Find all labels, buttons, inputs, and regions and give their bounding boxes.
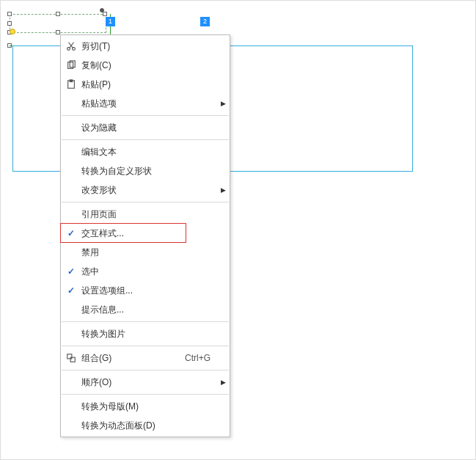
menu-separator	[62, 346, 229, 346]
check-icon: ✓	[61, 266, 81, 277]
menu-item[interactable]: 提示信息...	[61, 300, 230, 319]
menu-item-label: 交互样式...	[81, 227, 174, 240]
menu-item[interactable]: 改变形状▶	[61, 180, 230, 200]
group-icon	[61, 353, 81, 363]
menu-item[interactable]: ✓交互样式...	[61, 224, 230, 243]
menu-separator	[62, 370, 229, 370]
menu-item-label: 转换为母版(M)	[81, 401, 174, 413]
flag-1: 1	[106, 17, 115, 26]
menu-item-label: 顺序(O)	[81, 376, 174, 389]
adjust-handle[interactable]	[10, 29, 15, 34]
menu-item[interactable]: 转换为动态面板(D)	[61, 416, 230, 435]
menu-item[interactable]: 编辑文本	[61, 142, 230, 161]
flag-2: 2	[200, 17, 210, 26]
handle-nw[interactable]	[7, 12, 12, 16]
menu-item[interactable]: 粘贴(P)	[61, 75, 230, 94]
menu-item[interactable]: 复制(C)	[61, 56, 230, 75]
menu-item-label: 设为隐藏	[81, 122, 174, 134]
menu-item-label: 复制(C)	[81, 59, 174, 72]
menu-separator	[62, 139, 229, 140]
menu-item-accel: Ctrl+G	[174, 353, 216, 363]
menu-item-label: 设置选项组...	[81, 285, 174, 297]
menu-item[interactable]: ✓选中	[61, 262, 230, 281]
menu-item-label: 粘贴选项	[81, 98, 174, 110]
menu-item[interactable]: 剪切(T)	[61, 37, 230, 56]
menu-item[interactable]: 设为隐藏	[61, 118, 230, 137]
menu-item-label: 转换为自定义形状	[81, 165, 174, 178]
copy-icon	[61, 60, 81, 70]
menu-item-label: 剪切(T)	[81, 40, 174, 53]
menu-item[interactable]: 粘贴选项▶	[61, 94, 230, 113]
menu-separator	[62, 115, 229, 116]
menu-separator	[62, 394, 229, 395]
svg-rect-5	[70, 80, 73, 82]
handle-n[interactable]	[56, 12, 60, 16]
menu-item[interactable]: 转换为自定义形状	[61, 161, 230, 180]
submenu-arrow-icon: ▶	[216, 379, 230, 386]
svg-rect-6	[67, 354, 72, 359]
menu-item[interactable]: 引用页面	[61, 205, 230, 224]
menu-item[interactable]: 转换为图片	[61, 324, 230, 343]
menu-item-label: 转换为图片	[81, 328, 174, 340]
menu-item-label: 引用页面	[81, 208, 174, 221]
menu-item[interactable]: 禁用	[61, 243, 230, 262]
check-icon: ✓	[61, 228, 81, 238]
menu-item-label: 粘贴(P)	[81, 79, 174, 91]
check-icon: ✓	[61, 285, 81, 296]
menu-separator	[62, 321, 229, 322]
menu-item-label: 转换为动态面板(D)	[81, 420, 174, 432]
menu-item-label: 提示信息...	[81, 304, 174, 316]
submenu-arrow-icon: ▶	[216, 186, 230, 194]
menu-separator	[62, 202, 229, 202]
menu-item-label: 改变形状	[81, 184, 174, 197]
handle-ne[interactable]	[103, 12, 107, 16]
menu-item[interactable]: 组合(G)Ctrl+G	[61, 348, 230, 368]
menu-item-label: 编辑文本	[81, 146, 174, 158]
menu-item[interactable]: 转换为母版(M)	[61, 397, 230, 416]
svg-rect-7	[70, 357, 75, 362]
handle-w[interactable]	[7, 21, 12, 26]
menu-item[interactable]: 顺序(O)▶	[61, 373, 230, 392]
context-menu: 剪切(T)复制(C)粘贴(P)粘贴选项▶设为隐藏编辑文本转换为自定义形状改变形状…	[60, 34, 230, 437]
menu-item-label: 组合(G)	[81, 352, 174, 365]
submenu-arrow-icon: ▶	[216, 100, 230, 107]
menu-item[interactable]: ✓设置选项组...	[61, 281, 230, 300]
menu-item-label: 选中	[81, 266, 174, 278]
cut-icon	[61, 41, 81, 51]
paste-icon	[61, 79, 81, 90]
menu-item-label: 禁用	[81, 247, 174, 259]
